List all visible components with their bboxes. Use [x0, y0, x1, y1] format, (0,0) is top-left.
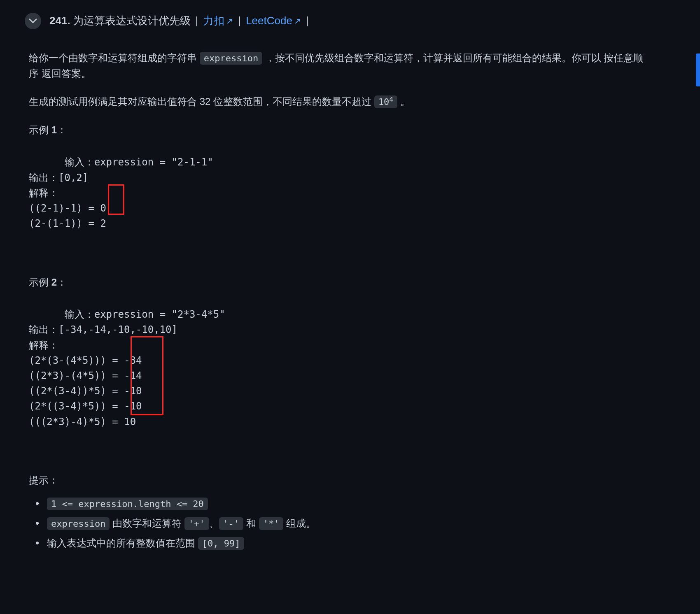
text: 。: [397, 96, 410, 107]
code-token: '*': [259, 517, 284, 530]
text: 组成。: [283, 518, 316, 529]
separator: |: [306, 12, 309, 30]
link-label: LeetCode: [246, 12, 292, 30]
description-paragraph-2: 生成的测试用例满足其对应输出值符合 32 位整数范围，不同结果的数量不超过 10…: [29, 94, 651, 109]
code-block: 输入：expression = "2-1-1" 输出：[0,2] 解释： ((2…: [29, 156, 213, 229]
problem-header: 241. 为运算表达式设计优先级 | 力扣 ↗ | LeetCode ↗ |: [25, 12, 651, 30]
link-label: 力扣: [203, 12, 224, 30]
text: 给你一个由数字和运算符组成的字符串: [29, 52, 200, 63]
text: 示例: [29, 277, 51, 288]
text-bold: 1: [51, 124, 57, 135]
code-block: 输入：expression = "2*3-4*5" 输出：[-34,-14,-1…: [29, 309, 225, 427]
title-line: 241. 为运算表达式设计优先级 | 力扣 ↗ | LeetCode ↗ |: [49, 12, 311, 30]
highlight-box: [108, 184, 124, 215]
separator: |: [238, 12, 241, 30]
problem-content: 给你一个由数字和运算符组成的字符串 expression ，按不同优先级组合数字…: [25, 50, 651, 551]
text: ：: [57, 277, 67, 288]
hint-item-1: 1 <= expression.length <= 20: [35, 496, 651, 512]
superscript: 4: [389, 95, 393, 103]
text: 10: [378, 97, 390, 107]
code-constraint: 1 <= expression.length <= 20: [47, 498, 208, 510]
problem-title: 为运算表达式设计优先级: [73, 12, 191, 30]
code-expression: expression: [200, 52, 262, 65]
scrollbar-accent: [696, 53, 700, 86]
text: 输入表达式中的所有整数值在范围: [47, 537, 198, 549]
leetcode-link[interactable]: LeetCode ↗: [246, 12, 301, 30]
example-1-label: 示例 1：: [29, 122, 651, 138]
hints-list: 1 <= expression.length <= 20 expression …: [29, 496, 651, 551]
hint-item-3: 输入表达式中的所有整数值在范围 [0, 99]: [35, 535, 651, 551]
text: 、: [209, 518, 219, 529]
example-1-block: 输入：expression = "2-1-1" 输出：[0,2] 解释： ((2…: [29, 140, 651, 262]
example-2-block: 输入：expression = "2*3-4*5" 输出：[-34,-14,-1…: [29, 292, 651, 460]
collapse-button[interactable]: [25, 13, 41, 29]
external-link-icon: ↗: [226, 14, 233, 28]
code-token: '-': [219, 517, 244, 530]
external-link-icon: ↗: [294, 14, 301, 28]
example-2-label: 示例 2：: [29, 274, 651, 290]
leetcode-cn-link[interactable]: 力扣 ↗: [203, 12, 233, 30]
hint-item-2: expression 由数字和运算符 '+'、'-' 和 '*' 组成。: [35, 516, 651, 531]
problem-container: 241. 为运算表达式设计优先级 | 力扣 ↗ | LeetCode ↗ | 给…: [0, 0, 667, 572]
code-limit: 104: [374, 95, 397, 108]
problem-number: 241.: [49, 12, 70, 30]
text: ：: [57, 124, 67, 135]
code-token: expression: [47, 517, 110, 530]
chevron-down-icon: [29, 17, 37, 25]
description-paragraph-1: 给你一个由数字和运算符组成的字符串 expression ，按不同优先级组合数字…: [29, 50, 651, 82]
text: 和: [243, 518, 259, 529]
separator: |: [196, 12, 198, 30]
text-bold: 2: [51, 277, 57, 288]
hints-label: 提示：: [29, 472, 651, 488]
code-range: [0, 99]: [198, 537, 245, 550]
text: 由数字和运算符: [110, 518, 184, 529]
code-token: '+': [184, 517, 209, 530]
text: 生成的测试用例满足其对应输出值符合 32 位整数范围，不同结果的数量不超过: [29, 96, 374, 107]
text: 示例: [29, 124, 51, 135]
